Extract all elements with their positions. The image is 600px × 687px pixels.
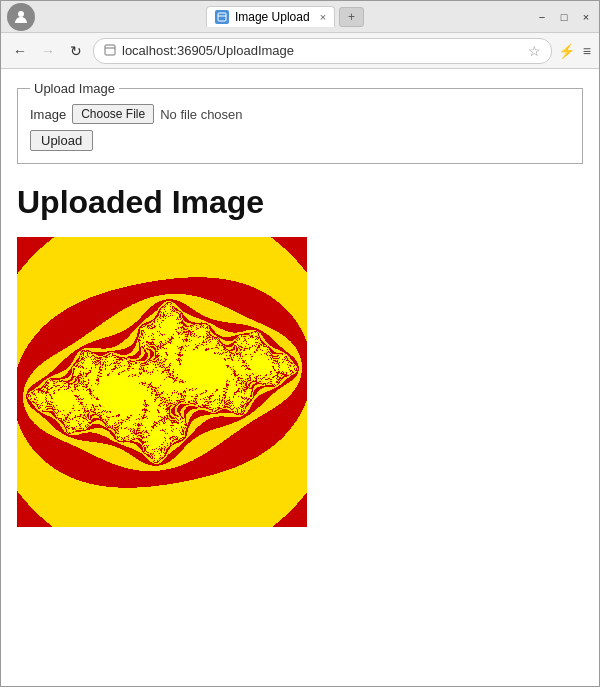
reload-button[interactable]: ↻ (65, 40, 87, 62)
address-text: localhost:36905/UploadImage (122, 43, 522, 58)
active-tab[interactable]: Image Upload × (206, 6, 335, 27)
back-button[interactable]: ← (9, 40, 31, 62)
nav-bar: ← → ↻ localhost:36905/UploadImage ☆ ⚡ ≡ (1, 33, 599, 69)
minimize-button[interactable]: − (535, 10, 549, 24)
tab-close-button[interactable]: × (320, 11, 326, 23)
title-bar: Image Upload × + − □ × (1, 1, 599, 33)
forward-button[interactable]: → (37, 40, 59, 62)
no-file-text: No file chosen (160, 107, 242, 122)
window-controls: − □ × (535, 10, 593, 24)
new-tab-button[interactable]: + (339, 7, 364, 27)
fractal-image (17, 237, 307, 527)
fieldset-legend: Upload Image (30, 81, 119, 96)
lightning-icon[interactable]: ⚡ (558, 43, 575, 59)
title-bar-left (7, 3, 35, 31)
choose-file-button[interactable]: Choose File (72, 104, 154, 124)
svg-point-0 (18, 11, 24, 17)
image-label: Image (30, 107, 66, 122)
address-bar[interactable]: localhost:36905/UploadImage ☆ (93, 38, 552, 64)
restore-button[interactable]: □ (557, 10, 571, 24)
fractal-canvas (17, 237, 307, 527)
tab-label: Image Upload (235, 10, 310, 24)
svg-rect-1 (218, 13, 226, 21)
tab-favicon (215, 10, 229, 24)
page-content: Upload Image Image Choose File No file c… (1, 69, 599, 686)
file-input-row: Image Choose File No file chosen (30, 104, 570, 124)
user-avatar (7, 3, 35, 31)
nav-right-icons: ⚡ ≡ (558, 43, 591, 59)
browser-window: Image Upload × + − □ × ← → ↻ localhost:3… (0, 0, 600, 687)
upload-button[interactable]: Upload (30, 130, 93, 151)
uploaded-image-title: Uploaded Image (17, 184, 583, 221)
bookmark-icon[interactable]: ☆ (528, 43, 541, 59)
address-page-icon (104, 44, 116, 58)
close-button[interactable]: × (579, 10, 593, 24)
new-tab-label: + (348, 10, 355, 24)
svg-rect-3 (105, 45, 115, 55)
menu-icon[interactable]: ≡ (583, 43, 591, 59)
upload-fieldset: Upload Image Image Choose File No file c… (17, 81, 583, 164)
tabs-area: Image Upload × + (206, 6, 364, 27)
